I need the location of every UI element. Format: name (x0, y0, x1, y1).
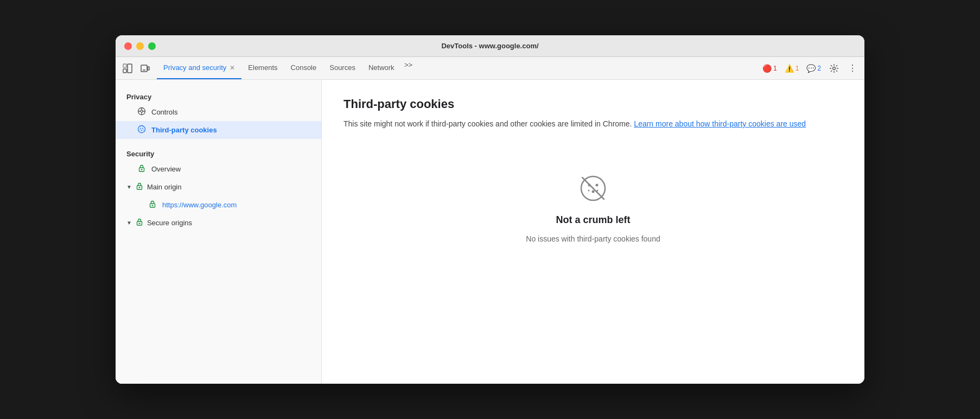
window-controls (124, 42, 156, 50)
close-button[interactable] (124, 42, 132, 50)
tab-privacy-security[interactable]: Privacy and security ✕ (157, 57, 241, 79)
main-origin-lock-icon (135, 182, 144, 192)
main-origin-arrow: ▼ (126, 184, 132, 190)
devtools-window: DevTools - www.google.com/ Pr (116, 35, 864, 384)
controls-icon (137, 107, 146, 117)
svg-point-12 (141, 130, 142, 131)
secure-origins-lock-icon (135, 218, 144, 228)
sidebar-item-third-party-cookies[interactable]: Third-party cookies (116, 121, 321, 139)
warning-badge[interactable]: ⚠️ 1 (782, 63, 801, 74)
content-title: Third-party cookies (343, 97, 843, 111)
no-cookie-icon (578, 173, 608, 206)
svg-point-27 (588, 190, 590, 192)
tab-label: Privacy and security (163, 64, 226, 72)
svg-rect-3 (141, 65, 147, 72)
warning-icon: ⚠️ (785, 64, 794, 73)
empty-state-title: Not a crumb left (556, 214, 630, 226)
overview-lock-icon (137, 164, 146, 174)
secure-origins-label: Secure origins (147, 219, 192, 227)
svg-line-29 (582, 177, 604, 199)
error-count: 1 (773, 65, 777, 72)
empty-state: Not a crumb left No issues with third-pa… (343, 173, 843, 243)
message-count: 2 (817, 65, 821, 72)
window-title: DevTools - www.google.com/ (441, 42, 538, 50)
toolbar: Privacy and security ✕ Elements Console … (116, 57, 864, 80)
svg-point-9 (138, 126, 145, 133)
tab-elements[interactable]: Elements (241, 57, 284, 79)
sidebar-item-controls[interactable]: Controls (116, 103, 321, 121)
google-url-lock-icon (148, 200, 157, 210)
message-badge[interactable]: 💬 2 (804, 63, 823, 74)
tab-label: Network (368, 64, 394, 72)
tab-label: Elements (248, 64, 277, 72)
svg-rect-2 (123, 69, 126, 73)
svg-rect-20 (152, 205, 154, 206)
content-description: This site might not work if third-party … (343, 118, 843, 130)
device-icon[interactable] (137, 61, 152, 76)
google-url-link[interactable]: https://www.google.com (162, 201, 237, 209)
third-party-cookies-label: Third-party cookies (151, 126, 217, 134)
svg-rect-0 (123, 64, 126, 67)
svg-rect-18 (138, 187, 140, 188)
settings-button[interactable] (826, 61, 842, 76)
svg-point-13 (139, 130, 140, 130)
sidebar-item-main-origin[interactable]: ▼ Main origin (116, 178, 321, 196)
more-tabs-button[interactable]: >> (401, 57, 416, 72)
maximize-button[interactable] (148, 42, 156, 50)
svg-point-14 (143, 130, 143, 130)
tab-network[interactable]: Network (362, 57, 401, 79)
tab-close-icon[interactable]: ✕ (230, 65, 235, 71)
error-badge[interactable]: 🔴 1 (760, 63, 779, 74)
main-origin-label: Main origin (147, 183, 182, 191)
svg-rect-1 (128, 64, 132, 73)
svg-rect-4 (148, 67, 149, 70)
sidebar: Privacy Controls (116, 80, 322, 384)
content-panel: Third-party cookies This site might not … (322, 80, 864, 384)
message-icon: 💬 (806, 64, 816, 73)
tab-label: Console (291, 64, 317, 72)
toolbar-right: 🔴 1 ⚠️ 1 💬 2 ⋮ (760, 61, 860, 76)
sidebar-item-overview[interactable]: Overview (116, 160, 321, 178)
tab-sources[interactable]: Sources (323, 57, 362, 79)
privacy-section-label: Privacy (116, 88, 321, 103)
svg-point-6 (833, 67, 836, 69)
error-icon: 🔴 (762, 64, 772, 73)
svg-point-11 (142, 128, 143, 129)
svg-rect-16 (141, 169, 143, 170)
svg-point-25 (596, 184, 599, 187)
svg-point-8 (141, 110, 143, 112)
sidebar-item-google-url[interactable]: https://www.google.com (116, 196, 321, 214)
svg-rect-22 (138, 223, 140, 224)
minimize-button[interactable] (136, 42, 144, 50)
cookies-icon (137, 125, 146, 135)
secure-origins-arrow: ▼ (126, 220, 132, 226)
toolbar-icons (120, 61, 152, 76)
svg-point-26 (592, 191, 595, 193)
tab-console[interactable]: Console (284, 57, 323, 79)
tab-label: Sources (329, 64, 355, 72)
inspect-icon[interactable] (120, 61, 135, 76)
svg-point-10 (140, 128, 141, 129)
controls-label: Controls (151, 108, 177, 116)
sidebar-item-secure-origins[interactable]: ▼ Secure origins (116, 214, 321, 232)
main-content: Privacy Controls (116, 80, 864, 384)
empty-state-subtitle: No issues with third-party cookies found (526, 234, 660, 243)
warning-count: 1 (796, 65, 799, 72)
security-section-label: Security (116, 145, 321, 160)
tabs-bar: Privacy and security ✕ Elements Console … (157, 57, 760, 79)
learn-more-link[interactable]: Learn more about how third-party cookies… (634, 119, 806, 128)
svg-point-28 (597, 190, 599, 192)
more-options-button[interactable]: ⋮ (845, 61, 860, 76)
overview-label: Overview (151, 165, 181, 173)
title-bar: DevTools - www.google.com/ (116, 35, 864, 57)
